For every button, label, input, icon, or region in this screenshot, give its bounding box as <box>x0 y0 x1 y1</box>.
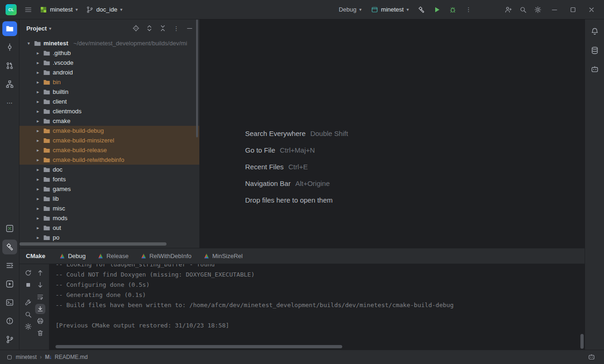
panel-options-button[interactable]: ⋮ <box>171 23 181 33</box>
minimize-button[interactable] <box>546 3 563 17</box>
close-button[interactable] <box>583 3 600 17</box>
code-with-me-button[interactable] <box>501 3 515 17</box>
cmake-profile-tab-debug[interactable]: Debug <box>59 252 86 260</box>
cmake-profile-settings-button[interactable] <box>23 297 33 308</box>
tree-item-cmake-build-relwithdebinfo[interactable]: ▸cmake-build-relwithdebinfo <box>19 155 199 165</box>
tree-item-po[interactable]: ▸po <box>19 233 199 242</box>
run-configuration-selector[interactable]: minetest ▾ <box>367 4 413 16</box>
pull-requests-tool-button[interactable] <box>2 58 17 73</box>
reload-cmake-button[interactable] <box>23 268 33 278</box>
chevron-right-icon[interactable]: ▸ <box>35 216 41 221</box>
hide-panel-button[interactable] <box>185 23 195 33</box>
x-cell-tool-button[interactable] <box>2 221 17 236</box>
chevron-right-icon[interactable]: ▸ <box>35 128 41 133</box>
stop-button[interactable] <box>23 280 33 290</box>
soft-wrap-button[interactable] <box>35 292 45 302</box>
run-more-button[interactable]: ⋮ <box>462 3 475 17</box>
console-horizontal-scrollbar[interactable] <box>55 345 342 348</box>
chevron-right-icon[interactable]: ▸ <box>35 50 41 56</box>
project-selector[interactable]: minetest ▾ <box>36 4 81 16</box>
chevron-right-icon[interactable]: ▸ <box>35 70 41 75</box>
cmake-console[interactable]: -- Looking for luaopen_string_buffer - f… <box>49 264 585 350</box>
open-cmake-cache-button[interactable] <box>23 309 33 320</box>
more-tool-windows-button[interactable]: ⋯ <box>2 95 17 110</box>
chevron-right-icon[interactable]: ▸ <box>35 177 41 182</box>
select-opened-file-button[interactable] <box>131 23 141 33</box>
cmake-settings-button[interactable] <box>23 321 33 332</box>
app-logo[interactable]: CL <box>6 4 17 15</box>
chevron-right-icon[interactable]: ▸ <box>35 186 41 191</box>
tree-item-root[interactable]: ▾ minetest ~/dev/minetest_development/bu… <box>19 38 199 48</box>
tree-item-clientmods[interactable]: ▸clientmods <box>19 106 199 116</box>
project-panel-title[interactable]: Project <box>26 25 47 32</box>
cmake-profile-tab-relwithdebinfo[interactable]: RelWithDebInfo <box>141 252 191 260</box>
structure-tool-button[interactable] <box>2 77 17 92</box>
chevron-down-icon[interactable]: ▾ <box>49 26 51 31</box>
tree-item-cmake-build-minsizerel[interactable]: ▸cmake-build-minsizerel <box>19 136 199 145</box>
scroll-to-end-button[interactable] <box>35 304 45 314</box>
chevron-right-icon[interactable]: ▸ <box>35 118 41 123</box>
tree-item-.vscode[interactable]: ▸.vscode <box>19 58 199 68</box>
vcs-branch-selector[interactable]: doc_ide ▾ <box>82 4 126 16</box>
problems-tool-button[interactable] <box>2 314 17 328</box>
cmake-profile-selector[interactable]: Debug ▾ <box>335 4 365 15</box>
chevron-right-icon[interactable]: ▸ <box>35 206 41 211</box>
chevron-right-icon[interactable]: ▸ <box>35 109 41 114</box>
project-tool-button[interactable] <box>2 21 17 36</box>
chevron-right-icon[interactable]: ▸ <box>35 80 41 85</box>
search-everywhere-button[interactable] <box>516 3 530 17</box>
chevron-right-icon[interactable]: ▸ <box>35 196 41 201</box>
tree-item-mods[interactable]: ▸mods <box>19 213 199 223</box>
tree-item-bin[interactable]: ▸bin <box>19 77 199 87</box>
tree-item-android[interactable]: ▸android <box>19 68 199 77</box>
expand-all-button[interactable] <box>144 23 154 33</box>
chevron-right-icon[interactable]: ▸ <box>35 225 41 230</box>
collapse-all-button[interactable] <box>158 23 168 33</box>
tree-item-fonts[interactable]: ▸fonts <box>19 174 199 184</box>
cmake-profile-tab-minsizerel[interactable]: MinSizeRel <box>203 252 243 260</box>
tree-item-out[interactable]: ▸out <box>19 223 199 233</box>
previous-message-button[interactable] <box>35 268 45 278</box>
terminal-tool-button[interactable] <box>2 295 17 310</box>
chevron-right-icon[interactable]: ▸ <box>35 235 41 240</box>
chevron-right-icon[interactable]: ▸ <box>35 157 41 162</box>
chevron-down-icon[interactable]: ▾ <box>26 41 31 46</box>
main-menu-button[interactable] <box>21 3 35 17</box>
ai-assistant-status-button[interactable] <box>585 350 598 364</box>
build-button[interactable] <box>414 3 428 17</box>
project-horizontal-scrollbar[interactable] <box>19 242 166 246</box>
debug-button[interactable] <box>446 3 460 17</box>
breadcrumb-project[interactable]: minetest <box>16 354 37 360</box>
tree-item-misc[interactable]: ▸misc <box>19 204 199 213</box>
tree-item-cmake-build-release[interactable]: ▸cmake-build-release <box>19 145 199 155</box>
tree-item-.github[interactable]: ▸.github <box>19 48 199 58</box>
cmake-tool-button[interactable] <box>2 240 17 254</box>
commit-tool-button[interactable] <box>2 40 17 55</box>
tree-item-cmake-build-debug[interactable]: ▸cmake-build-debug <box>19 126 199 136</box>
chevron-right-icon[interactable]: ▸ <box>35 167 41 172</box>
services-tool-button[interactable] <box>2 277 17 291</box>
project-vertical-scrollbar[interactable] <box>196 19 198 137</box>
todo-tool-button[interactable] <box>2 258 17 273</box>
tree-item-doc[interactable]: ▸doc <box>19 165 199 174</box>
print-button[interactable] <box>35 316 45 326</box>
next-message-button[interactable] <box>35 280 45 290</box>
database-tool-button[interactable] <box>587 43 602 58</box>
settings-button[interactable] <box>531 3 545 17</box>
breadcrumb-file[interactable]: README.md <box>55 354 87 360</box>
tree-item-client[interactable]: ▸client <box>19 97 199 106</box>
chevron-right-icon[interactable]: ▸ <box>35 60 41 65</box>
notifications-tool-button[interactable] <box>587 24 602 39</box>
editor-area[interactable]: Search EverywhereDouble ShiftGo to FileC… <box>200 19 585 248</box>
chevron-right-icon[interactable]: ▸ <box>35 99 41 104</box>
chevron-right-icon[interactable]: ▸ <box>35 148 41 153</box>
tree-item-games[interactable]: ▸games <box>19 184 199 194</box>
maximize-button[interactable] <box>564 3 582 17</box>
run-button[interactable] <box>430 3 444 17</box>
version-control-tool-button[interactable] <box>2 332 17 347</box>
chevron-right-icon[interactable]: ▸ <box>35 89 41 94</box>
clear-all-button[interactable] <box>35 328 45 338</box>
cmake-profile-tab-release[interactable]: Release <box>98 252 129 260</box>
chevron-right-icon[interactable]: ▸ <box>35 138 41 143</box>
console-vertical-scrollbar[interactable] <box>580 334 584 349</box>
